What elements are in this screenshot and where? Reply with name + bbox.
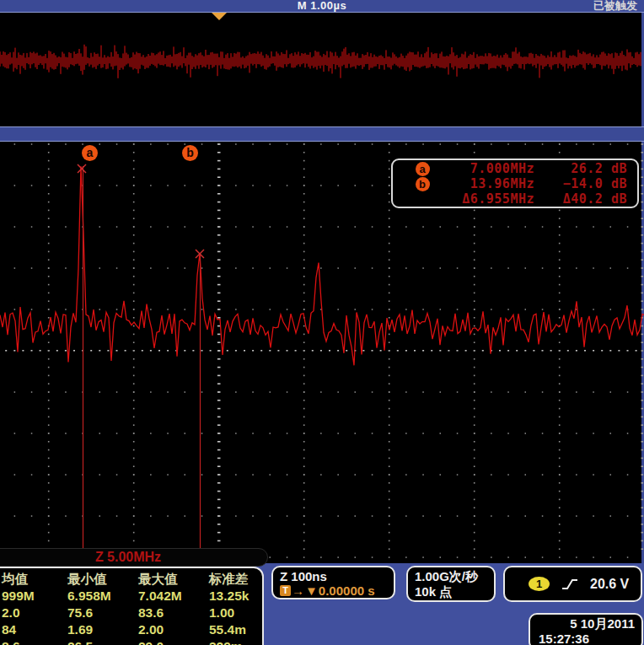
marker-a-badge: a <box>416 162 430 176</box>
stats-cell: 7.042M <box>138 588 209 605</box>
acquisition-box: 1.00G次/秒 10k 点 <box>406 566 496 602</box>
table-row: 8.6 26.5 29.0 329m <box>0 638 262 645</box>
marker-a-bubble: a <box>82 145 98 161</box>
oscilloscope-screen: M 1.00µs 已被触发 a b a 7.000MHz 26.2 dB b 1… <box>0 0 644 645</box>
delta-level: Δ40.2 dB <box>534 191 627 207</box>
stats-cell: 55.4m <box>209 621 264 638</box>
trigger-level-readout: 20.6 V <box>590 577 629 592</box>
channel-1-badge: 1 <box>529 577 550 591</box>
marker-a-level: 26.2 dB <box>534 161 627 176</box>
time-domain-waveform <box>0 12 644 126</box>
stats-cell: 2.00 <box>138 621 209 638</box>
window-divider <box>0 126 644 142</box>
fft-zoom-scale-label: Z 5.00MHz <box>0 549 267 566</box>
stats-header-mean: 均值 <box>2 571 67 588</box>
marker-b-badge: b <box>416 177 430 191</box>
stats-cell: 1.00 <box>209 605 264 621</box>
trigger-source-box: 1 20.6 V <box>503 566 642 602</box>
stats-cell: 999M <box>2 588 67 605</box>
zoom-timebase-box: Z 100ns T→▼0.00000 s <box>271 566 395 599</box>
marker-b-level: −14.0 dB <box>534 176 627 191</box>
stats-cell: 84 <box>2 621 67 638</box>
trigger-status: 已被触发 <box>593 0 637 12</box>
stats-cell: 13.25k <box>209 588 264 605</box>
table-row: 2.0 75.6 83.6 1.00 <box>0 605 262 621</box>
table-row: 999M 6.958M 7.042M 13.25k <box>0 588 262 605</box>
stats-header-min: 最小值 <box>67 571 138 588</box>
trigger-arrow-icon: → <box>292 583 304 598</box>
cursor-readout-box: a 7.000MHz 26.2 dB b 13.96MHz −14.0 dB Δ… <box>391 159 639 208</box>
stats-cell: 6.958M <box>67 588 138 605</box>
table-row: 84 1.69 2.00 55.4m <box>0 621 262 638</box>
trigger-offset-value: 0.00000 s <box>319 583 375 598</box>
main-timebase-readout: M 1.00µs <box>0 0 644 12</box>
zoom-timebase-readout: Z 100ns <box>280 569 387 583</box>
stats-header-row: 均值 最小值 最大值 标准差 <box>0 571 262 588</box>
stats-cell: 329m <box>209 638 264 645</box>
marker-b-frequency: 13.96MHz <box>440 176 534 191</box>
marker-a-frequency: 7.000MHz <box>440 161 534 176</box>
rising-edge-icon <box>561 578 578 591</box>
stats-cell: 2.0 <box>2 605 67 621</box>
sample-rate-readout: 1.00G次/秒 <box>415 569 487 584</box>
stats-cell: 8.6 <box>2 638 67 645</box>
record-length-readout: 10k 点 <box>415 584 487 599</box>
stats-header-stddev: 标准差 <box>209 571 264 588</box>
title-bar: M 1.00µs 已被触发 <box>0 0 644 13</box>
fft-zoom-scale-bar: Z 5.00MHz <box>0 548 268 567</box>
stats-header-max: 最大值 <box>138 571 209 588</box>
trigger-position-icon <box>212 13 227 20</box>
time-readout: 15:27:36 <box>539 632 635 645</box>
stats-cell: 1.69 <box>67 621 138 638</box>
trigger-t-icon: T <box>280 585 291 596</box>
datetime-box: 5 10月2011 15:27:36 <box>529 613 643 645</box>
stats-cell: 83.6 <box>138 605 209 621</box>
marker-b-bubble: b <box>182 145 198 161</box>
trigger-offset-readout: T→▼0.00000 s <box>280 583 387 598</box>
delta-frequency: Δ6.955MHz <box>440 191 534 207</box>
date-readout: 5 10月2011 <box>539 616 635 632</box>
stats-cell: 75.6 <box>67 605 138 621</box>
stats-cell: 26.5 <box>67 638 138 645</box>
trigger-marker-icon: ▼ <box>305 583 318 598</box>
measurement-stats-table: 均值 最小值 最大值 标准差 999M 6.958M 7.042M 13.25k… <box>0 567 264 645</box>
stats-cell: 29.0 <box>138 638 209 645</box>
